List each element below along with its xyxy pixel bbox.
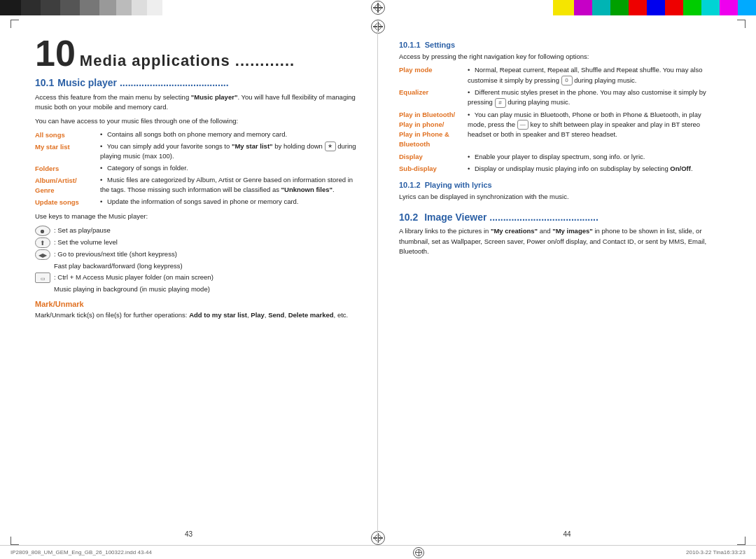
top-bar-right xyxy=(518,0,756,15)
desc-folders: • Category of songs in folder. xyxy=(100,163,356,174)
top-bar xyxy=(0,0,756,15)
term-all-songs: All songs xyxy=(35,130,94,140)
key-ctrl-m-subtext: Music playing in background (in music pl… xyxy=(54,284,356,294)
volume-icon: ⬆⬇ xyxy=(35,237,50,248)
key-volume: ⬆⬇ : Set the volume level xyxy=(35,237,356,248)
top-bar-center xyxy=(238,1,518,15)
section-10-2-title: Image Viewer ...........................… xyxy=(421,212,598,223)
lyrics-text: Lyrics can be displayed in synchronizati… xyxy=(399,192,721,202)
page-right: 10.1.1 Settings Access by pressing the r… xyxy=(378,21,756,544)
settings-term-subdisplay: Sub-display xyxy=(399,164,462,174)
top-center-compass xyxy=(371,1,385,15)
page-number-right: 44 xyxy=(563,530,570,538)
subsection-10-1-2-title: Playing with lyrics xyxy=(423,181,492,189)
key-ctrl-m: ▭ : Ctrl + M Access Music player folder … xyxy=(35,272,356,283)
subsection-10-1-2-heading: 10.1.2 Playing with lyrics xyxy=(399,181,721,189)
key-prev-next-subtext: Fast play backward/forward (long keypres… xyxy=(54,261,356,270)
term-album-artist-genre: Album/Artist/Genre xyxy=(35,175,94,196)
settings-list: Play mode • Normal, Repeat current, Repe… xyxy=(399,65,721,174)
mark-unmark-title: Mark/Unmark xyxy=(35,300,356,308)
page-left: 10 Media applications ............ 10.1 … xyxy=(0,21,378,544)
key-prev-next: ◀▶ : Go to previous/next title (short ke… xyxy=(35,249,356,260)
subsection-10-1-1-heading: 10.1.1 Settings xyxy=(399,41,721,49)
section-10-2-heading: 10.2 Image Viewer ......................… xyxy=(399,212,721,223)
bottom-right-text: 2010-3-22 Tina16:33:23 xyxy=(686,549,746,555)
song-categories-list: All songs • Contains all songs both on p… xyxy=(35,130,356,208)
right-color-swatches xyxy=(553,0,756,15)
desc-update-songs: • Update the information of songs saved … xyxy=(100,197,356,207)
intro-text-1: Access this feature from the main menu b… xyxy=(35,92,356,113)
prev-next-icon: ◀▶ xyxy=(35,249,50,260)
settings-term-display: Display xyxy=(399,152,462,162)
page-number-left: 43 xyxy=(185,530,192,538)
settings-desc-equalizer: • Different music styles preset in the p… xyxy=(468,88,721,108)
keys-intro: Use keys to manage the Music player: xyxy=(35,212,356,221)
settings-desc-subdisplay: • Display or undisplay music playing inf… xyxy=(468,164,721,174)
key-play-pause: ⏺ : Set as play/pause xyxy=(35,226,356,236)
settings-term-equalizer: Equalizer xyxy=(399,88,462,108)
intro-text-2: You can have access to your music files … xyxy=(35,116,356,126)
settings-desc-bluetooth: • You can play music in Bluetooth, Phone… xyxy=(468,110,721,150)
top-bar-left xyxy=(0,0,238,15)
keys-section: ⏺ : Set as play/pause ⬆⬇ : Set the volum… xyxy=(35,226,356,294)
hold-key-icon: ★ xyxy=(325,142,336,151)
play-mode-key-icon: 0 xyxy=(561,76,573,85)
settings-desc-display: • Enable your player to display spectrum… xyxy=(468,152,721,162)
section-10-1-heading: 10.1 Music player ......................… xyxy=(35,77,356,88)
desc-my-star-list: • You can simply add your favorite songs… xyxy=(100,142,356,162)
desc-album-artist-genre: • Music files are categorized by Album, … xyxy=(100,175,356,196)
bottom-bar: IP2809_808_UM_GEM_Eng_GB_26_100322.indd … xyxy=(0,545,756,559)
term-update-songs: Update songs xyxy=(35,197,94,207)
subsection-10-1-1-title: Settings xyxy=(423,41,455,49)
bottom-left-text: IP2809_808_UM_GEM_Eng_GB_26_100322.indd … xyxy=(10,549,152,555)
settings-intro: Access by pressing the right navigation … xyxy=(399,52,721,62)
bluetooth-key-icon: — xyxy=(517,120,528,130)
mark-unmark-desc: Mark/Unmark tick(s) on file(s) for furth… xyxy=(35,310,356,320)
equalizer-key-icon: # xyxy=(495,98,506,108)
image-viewer-text: A library links to the pictures in "My c… xyxy=(399,226,721,256)
chapter-heading: 10 Media applications ............ xyxy=(35,35,356,71)
section-10-1-title: Music player ...........................… xyxy=(57,77,228,88)
mark-unmark-section: Mark/Unmark Mark/Unmark tick(s) on file(… xyxy=(35,300,356,320)
left-color-swatches xyxy=(0,0,162,15)
desc-all-songs: • Contains all songs both on phone memor… xyxy=(100,130,356,140)
chapter-title: Media applications ............ xyxy=(80,52,295,70)
ctrl-m-icon: ▭ xyxy=(35,272,50,283)
settings-term-play-mode: Play mode xyxy=(399,65,462,85)
settings-desc-play-mode: • Normal, Repeat current, Repeat all, Sh… xyxy=(468,65,721,85)
chapter-number: 10 xyxy=(35,35,76,71)
term-folders: Folders xyxy=(35,163,94,174)
bottom-compass xyxy=(413,547,424,558)
main-content: 10 Media applications ............ 10.1 … xyxy=(0,21,756,544)
settings-term-bluetooth: Play in Bluetooth/Play in phone/Play in … xyxy=(399,110,462,150)
play-pause-icon: ⏺ xyxy=(35,226,50,236)
term-my-star-list: My star list xyxy=(35,142,94,162)
